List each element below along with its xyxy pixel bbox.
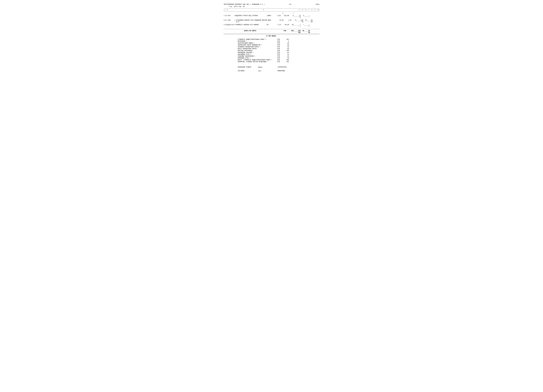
breakdown-value: 20 bbox=[284, 44, 289, 46]
in-total-label: В ТОМ ЧИСЛЕ: bbox=[224, 35, 319, 37]
head-sig-row: НАЧАЛЬНИК ОТДЕЛА Дерун –ШТЕРЕНГЕРЦ bbox=[238, 66, 319, 68]
breakdown-row: МЕСТНЫЕ МАТЕРИАЛЫ= РУБ 158 bbox=[238, 50, 319, 51]
breakdown-currency: РУБ bbox=[277, 59, 282, 61]
total-col10: 55 20 bbox=[304, 30, 310, 33]
total-currency: РУБ bbox=[281, 30, 289, 32]
breakdown-currency: РУБ bbox=[277, 48, 282, 50]
row3-unit: М3 bbox=[267, 24, 274, 26]
header: ПРОГРАММНЫЙ КОМПЛЕКС АВС-ЗЕС ( РЕДАКЦИЯ … bbox=[224, 4, 319, 5]
total-col7: 458 bbox=[289, 30, 294, 32]
total-row: ВСЕГО ПО СМЕТЕ: РУБ 458 203 101 46 55 20 bbox=[224, 30, 319, 34]
breakdown-section: СТОИМОСТЬ ОБЩЕСТРОИТЕЛЬНЫХ РАБОТ = РУБ 3… bbox=[238, 39, 319, 63]
compiler-label: СОСТАВИЛ bbox=[238, 70, 256, 72]
header-center: -15- bbox=[288, 4, 292, 5]
header-left: ПРОГРАММНЫЙ КОМПЛЕКС АВС-ЗЕС ( РЕДАКЦИЯ … bbox=[224, 4, 265, 5]
breakdown-currency: РУБ bbox=[277, 42, 282, 44]
breakdown-currency: РУБ bbox=[277, 57, 282, 59]
row3-id: 9.С2ЦСЦ3=144 bbox=[224, 24, 234, 26]
breakdown-label: ОСНОВНАЯ ЗАРАБОТНАЯ ПЛАТА = bbox=[238, 46, 275, 48]
row3-col8: • • bbox=[294, 24, 301, 27]
breakdown-label: НАКЛАДНЫЕ РАСХОДЫ = bbox=[238, 52, 275, 53]
breakdown-label: НОРМАТИВ, УСЛОВНО-ЧИСТАЯ ПРОДУКЦИЯ = bbox=[238, 61, 275, 63]
breakdown-row: ПЛАНОВЫЕ НУЧП = РУБ 46 bbox=[238, 57, 319, 59]
breakdown-label: МЕСТНЫЕ МАТЕРИАЛЫ= bbox=[238, 50, 275, 51]
row1-col7: 6 bbox=[289, 15, 294, 17]
compiler-surname: ЗАМЫСЛОВА bbox=[277, 70, 285, 72]
row3-price: 69,60 bbox=[281, 24, 289, 26]
row1-qty: 0,02 bbox=[274, 15, 281, 17]
row3-col10: • •. bbox=[304, 24, 310, 27]
breakdown-row: ВСЕГО, СТОИМОСТЬ ОБЩЕСТРОИТЕЛЬНЫХ РАБОТ … bbox=[238, 59, 319, 61]
row1-desc: =ПОДСЫПКА ГРУНТА ПОД СТУПЕНИ bbox=[234, 15, 267, 17]
breakdown-row: НАКЛАДНЫЕ РАСХОДЫ = РУБ 61 bbox=[238, 52, 319, 53]
row1-col10: • bbox=[304, 15, 310, 17]
row2-col9: 15 bbox=[303, 19, 307, 21]
column-headers: 1 : 2 : 3 : 4 : 5 : 6 : 7 : 8 : 9 : 10 bbox=[224, 9, 319, 11]
row2-price: 1,01 bbox=[283, 19, 292, 21]
breakdown-row: НОРМАТИВ, УСЛОВНО-ЧИСТАЯ ПРОДУКЦИЯ = РУБ… bbox=[238, 61, 319, 63]
table-area: 1 • 7.E1-944 =ПОДСЫПКА ГРУНТА ПОД СТУПЕН… bbox=[224, 13, 319, 72]
row2-unit: ШТ bbox=[269, 19, 277, 21]
col-header-dashed bbox=[224, 11, 319, 11]
breakdown-label: ПЛАНОВЫЕ НУЧП = bbox=[238, 57, 275, 59]
breakdown-value: 35 bbox=[284, 42, 289, 44]
breakdown-currency: РУБ bbox=[277, 39, 282, 40]
row1-col8: 12 6 bbox=[294, 15, 301, 18]
head-name: Дерун bbox=[258, 66, 276, 68]
row3-col7: 93 bbox=[289, 24, 294, 26]
top-dashed-line bbox=[224, 8, 319, 9]
head-label: НАЧАЛЬНИК ОТДЕЛА bbox=[238, 66, 256, 68]
breakdown-value: 35 bbox=[284, 55, 289, 57]
breakdown-row: СТОИМОСТЬ ОБЩЕСТРОИТЕЛЬНЫХ РАБОТ = РУБ 3… bbox=[238, 39, 319, 40]
header-right: 2926 bbox=[316, 4, 319, 5]
row2-col8: 136 70 bbox=[296, 19, 303, 23]
row3-qty: 1,33 bbox=[274, 24, 281, 26]
table-row: 7.E1-944 =ПОДСЫПКА ГРУНТА ПОД СТУПЕНИ 10… bbox=[224, 15, 319, 18]
compiler-sig-row: СОСТАВИЛ Зоu– ЗАМЫСЛОВА bbox=[238, 70, 319, 72]
breakdown-value: 46 bbox=[284, 46, 289, 48]
total-col9: 46 bbox=[301, 30, 304, 32]
breakdown-row: ОСНОВНАЯ ЗАРАБОТНАЯ ПЛАТА = РУБ 46 bbox=[238, 46, 319, 48]
total-col8: 203 101 bbox=[294, 30, 301, 33]
post-total-dashed bbox=[224, 34, 319, 34]
breakdown-label: ПЛАНОВЫЕ НАКОПЛЕНИЯ = bbox=[238, 55, 275, 57]
breakdown-currency: РУБ bbox=[277, 44, 282, 46]
row2-qty: 70,00 bbox=[277, 19, 283, 21]
breakdown-value: 203 bbox=[284, 61, 289, 63]
compiler-name: Зоu– bbox=[258, 70, 276, 72]
signatures: НАЧАЛЬНИК ОТДЕЛА Дерун –ШТЕРЕНГЕРЦ СОСТА… bbox=[238, 66, 319, 72]
breakdown-currency: РУБ bbox=[277, 50, 282, 51]
breakdown-currency: РУБ bbox=[277, 54, 282, 55]
breakdown-label: ЗАРАБОТНАЯ ПЛАТА МАШИНИСТОВ = bbox=[238, 44, 275, 46]
breakdown-currency: РУБ bbox=[277, 55, 282, 57]
row3-desc: =СТОИМОСТЬ СБОРНЫХ Ж/Б КАМНЕЙ bbox=[234, 24, 267, 26]
breakdown-value: 51 bbox=[284, 54, 289, 55]
breakdown-row: ПЛАНОВЫЕ НАКОПЛЕНИЯ = РУБ 35 bbox=[238, 55, 319, 57]
row1-id: 7.E1-944 bbox=[224, 15, 234, 17]
breakdown-currency: РУБ bbox=[277, 52, 282, 53]
breakdown-value: 61 bbox=[284, 52, 289, 53]
breakdown-value: 158 bbox=[284, 50, 289, 51]
breakdown-value: 66 bbox=[284, 48, 289, 50]
row3-col9: • bbox=[301, 24, 304, 26]
breakdown-row: НАКЛАДНЫЕ НУЧП = РУБ 51 bbox=[238, 54, 319, 55]
pre-total-dashed bbox=[224, 29, 319, 29]
breakdown-row: ЭКСПЛУАТАЦИЯ МАШИН = РУБ 35 bbox=[238, 42, 319, 44]
breakdown-row: МАТЕРИАЛЫ = РУБ 5 bbox=[238, 40, 319, 42]
row2-id: 8.Е7-400 bbox=[224, 19, 234, 21]
breakdown-row: ВСЕГО ЗАРАБОТНАЯ ПЛАТА= РУБ 66 bbox=[238, 48, 319, 50]
breakdown-value: 362 bbox=[284, 39, 289, 40]
table-row: 9.С2ЦСЦ3=144 =СТОИМОСТЬ СБОРНЫХ Ж/Б КАМН… bbox=[224, 24, 319, 27]
breakdown-label: ВСЕГО, СТОИМОСТЬ ОБЩЕСТРОИТЕЛЬНЫХ РАБОТ … bbox=[238, 59, 275, 61]
breakdown-label: СТОИМОСТЬ ОБЩЕСТРОИТЕЛЬНЫХ РАБОТ = bbox=[238, 39, 275, 40]
row2-col10: 55 20 bbox=[307, 19, 313, 23]
row1-price: 323,00 bbox=[281, 15, 289, 17]
breakdown-label: НАКЛАДНЫЕ НУЧП = bbox=[238, 54, 275, 55]
row2-col7: 71 bbox=[292, 19, 296, 21]
breakdown-row: ЗАРАБОТНАЯ ПЛАТА МАШИНИСТОВ = РУБ 20 bbox=[238, 44, 319, 46]
row1-unit: 100М3 bbox=[267, 15, 274, 17]
breakdown-value: 458 bbox=[284, 59, 289, 61]
breakdown-label: ВСЕГО ЗАРАБОТНАЯ ПЛАТА= bbox=[238, 48, 275, 50]
head-position: –ШТЕРЕНГЕРЦ bbox=[277, 66, 287, 68]
breakdown-rows: СТОИМОСТЬ ОБЩЕСТРОИТЕЛЬНЫХ РАБОТ = РУБ 3… bbox=[238, 39, 319, 63]
